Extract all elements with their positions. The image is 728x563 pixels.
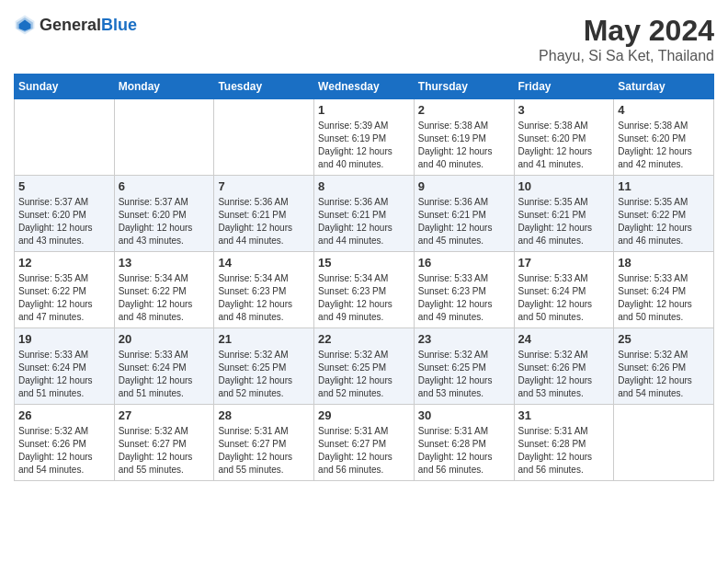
- day-info: Sunrise: 5:33 AM Sunset: 6:24 PM Dayligh…: [18, 349, 110, 400]
- calendar-empty-day: [214, 99, 314, 176]
- calendar-day: 25Sunrise: 5:32 AM Sunset: 6:26 PM Dayli…: [614, 328, 714, 405]
- day-number: 21: [218, 332, 310, 346]
- calendar-day: 10Sunrise: 5:35 AM Sunset: 6:21 PM Dayli…: [514, 176, 614, 252]
- logo-general: General: [40, 16, 101, 34]
- day-number: 15: [318, 256, 410, 270]
- day-info: Sunrise: 5:36 AM Sunset: 6:21 PM Dayligh…: [218, 196, 310, 247]
- day-info: Sunrise: 5:32 AM Sunset: 6:25 PM Dayligh…: [418, 349, 510, 400]
- calendar-day: 29Sunrise: 5:31 AM Sunset: 6:27 PM Dayli…: [314, 405, 415, 481]
- calendar-empty-day: [614, 405, 714, 481]
- day-info: Sunrise: 5:33 AM Sunset: 6:23 PM Dayligh…: [418, 272, 510, 324]
- calendar-day: 1Sunrise: 5:39 AM Sunset: 6:19 PM Daylig…: [314, 99, 415, 176]
- day-info: Sunrise: 5:36 AM Sunset: 6:21 PM Dayligh…: [318, 196, 410, 247]
- day-number: 11: [618, 179, 710, 193]
- day-number: 13: [119, 256, 210, 270]
- calendar-day: 6Sunrise: 5:37 AM Sunset: 6:20 PM Daylig…: [114, 176, 214, 252]
- day-number: 24: [518, 332, 610, 346]
- day-number: 22: [318, 332, 410, 346]
- calendar-day: 4Sunrise: 5:38 AM Sunset: 6:20 PM Daylig…: [614, 99, 714, 176]
- calendar-week-row: 5Sunrise: 5:37 AM Sunset: 6:20 PM Daylig…: [15, 176, 714, 252]
- day-number: 5: [18, 179, 110, 193]
- calendar-day: 13Sunrise: 5:34 AM Sunset: 6:22 PM Dayli…: [114, 252, 214, 328]
- calendar-day: 30Sunrise: 5:31 AM Sunset: 6:28 PM Dayli…: [414, 405, 514, 481]
- day-number: 1: [318, 103, 410, 117]
- day-info: Sunrise: 5:37 AM Sunset: 6:20 PM Dayligh…: [18, 196, 110, 247]
- day-number: 20: [119, 332, 210, 346]
- logo-text: GeneralBlue: [40, 16, 137, 35]
- day-number: 18: [618, 256, 710, 270]
- weekday-header: Tuesday: [214, 75, 314, 99]
- calendar-day: 9Sunrise: 5:36 AM Sunset: 6:21 PM Daylig…: [414, 176, 514, 252]
- weekday-header: Friday: [514, 75, 614, 99]
- day-number: 4: [618, 103, 710, 117]
- calendar-day: 21Sunrise: 5:32 AM Sunset: 6:25 PM Dayli…: [214, 328, 314, 405]
- day-info: Sunrise: 5:33 AM Sunset: 6:24 PM Dayligh…: [618, 272, 710, 324]
- day-info: Sunrise: 5:31 AM Sunset: 6:28 PM Dayligh…: [418, 425, 510, 477]
- day-info: Sunrise: 5:31 AM Sunset: 6:27 PM Dayligh…: [318, 425, 410, 477]
- day-info: Sunrise: 5:33 AM Sunset: 6:24 PM Dayligh…: [518, 272, 610, 324]
- logo: GeneralBlue: [14, 14, 137, 36]
- calendar-week-row: 19Sunrise: 5:33 AM Sunset: 6:24 PM Dayli…: [15, 328, 714, 405]
- day-number: 29: [318, 408, 410, 422]
- day-number: 12: [18, 256, 110, 270]
- logo-blue: Blue: [101, 16, 137, 34]
- day-info: Sunrise: 5:32 AM Sunset: 6:25 PM Dayligh…: [218, 349, 310, 400]
- calendar-week-row: 26Sunrise: 5:32 AM Sunset: 6:26 PM Dayli…: [15, 405, 714, 481]
- calendar-day: 23Sunrise: 5:32 AM Sunset: 6:25 PM Dayli…: [414, 328, 514, 405]
- calendar-day: 19Sunrise: 5:33 AM Sunset: 6:24 PM Dayli…: [15, 328, 115, 405]
- subtitle: Phayu, Si Sa Ket, Thailand: [539, 48, 714, 64]
- day-number: 28: [218, 408, 310, 422]
- calendar-day: 11Sunrise: 5:35 AM Sunset: 6:22 PM Dayli…: [614, 176, 714, 252]
- day-info: Sunrise: 5:31 AM Sunset: 6:27 PM Dayligh…: [218, 425, 310, 477]
- calendar-day: 2Sunrise: 5:38 AM Sunset: 6:19 PM Daylig…: [414, 99, 514, 176]
- day-number: 7: [218, 179, 310, 193]
- weekday-header: Sunday: [15, 75, 115, 99]
- calendar-day: 18Sunrise: 5:33 AM Sunset: 6:24 PM Dayli…: [614, 252, 714, 328]
- weekday-header: Thursday: [414, 75, 514, 99]
- main-title: May 2024: [539, 14, 714, 48]
- calendar-day: 26Sunrise: 5:32 AM Sunset: 6:26 PM Dayli…: [15, 405, 115, 481]
- day-info: Sunrise: 5:32 AM Sunset: 6:26 PM Dayligh…: [518, 349, 610, 400]
- day-number: 16: [418, 256, 510, 270]
- logo-icon: [14, 14, 36, 36]
- calendar-day: 20Sunrise: 5:33 AM Sunset: 6:24 PM Dayli…: [114, 328, 214, 405]
- day-info: Sunrise: 5:38 AM Sunset: 6:20 PM Dayligh…: [518, 120, 610, 171]
- day-info: Sunrise: 5:32 AM Sunset: 6:27 PM Dayligh…: [119, 425, 210, 477]
- calendar-day: 16Sunrise: 5:33 AM Sunset: 6:23 PM Dayli…: [414, 252, 514, 328]
- day-info: Sunrise: 5:36 AM Sunset: 6:21 PM Dayligh…: [418, 196, 510, 247]
- day-number: 25: [618, 332, 710, 346]
- day-info: Sunrise: 5:35 AM Sunset: 6:22 PM Dayligh…: [18, 272, 110, 324]
- day-number: 6: [119, 179, 210, 193]
- day-info: Sunrise: 5:32 AM Sunset: 6:25 PM Dayligh…: [318, 349, 410, 400]
- calendar-day: 7Sunrise: 5:36 AM Sunset: 6:21 PM Daylig…: [214, 176, 314, 252]
- day-number: 14: [218, 256, 310, 270]
- day-number: 8: [318, 179, 410, 193]
- calendar-day: 28Sunrise: 5:31 AM Sunset: 6:27 PM Dayli…: [214, 405, 314, 481]
- title-area: May 2024 Phayu, Si Sa Ket, Thailand: [539, 14, 714, 64]
- calendar-day: 15Sunrise: 5:34 AM Sunset: 6:23 PM Dayli…: [314, 252, 415, 328]
- calendar-day: 24Sunrise: 5:32 AM Sunset: 6:26 PM Dayli…: [514, 328, 614, 405]
- day-number: 19: [18, 332, 110, 346]
- calendar: SundayMondayTuesdayWednesdayThursdayFrid…: [14, 74, 714, 481]
- day-info: Sunrise: 5:34 AM Sunset: 6:23 PM Dayligh…: [218, 272, 310, 324]
- calendar-day: 27Sunrise: 5:32 AM Sunset: 6:27 PM Dayli…: [114, 405, 214, 481]
- day-info: Sunrise: 5:34 AM Sunset: 6:23 PM Dayligh…: [318, 272, 410, 324]
- calendar-day: 17Sunrise: 5:33 AM Sunset: 6:24 PM Dayli…: [514, 252, 614, 328]
- day-number: 3: [518, 103, 610, 117]
- weekday-header: Saturday: [614, 75, 714, 99]
- day-info: Sunrise: 5:33 AM Sunset: 6:24 PM Dayligh…: [119, 349, 210, 400]
- calendar-day: 22Sunrise: 5:32 AM Sunset: 6:25 PM Dayli…: [314, 328, 415, 405]
- day-info: Sunrise: 5:35 AM Sunset: 6:22 PM Dayligh…: [618, 196, 710, 247]
- day-info: Sunrise: 5:31 AM Sunset: 6:28 PM Dayligh…: [518, 425, 610, 477]
- calendar-day: 3Sunrise: 5:38 AM Sunset: 6:20 PM Daylig…: [514, 99, 614, 176]
- day-number: 2: [418, 103, 510, 117]
- weekday-header: Wednesday: [314, 75, 415, 99]
- calendar-header-row: SundayMondayTuesdayWednesdayThursdayFrid…: [15, 75, 714, 99]
- day-info: Sunrise: 5:32 AM Sunset: 6:26 PM Dayligh…: [618, 349, 710, 400]
- calendar-day: 8Sunrise: 5:36 AM Sunset: 6:21 PM Daylig…: [314, 176, 415, 252]
- day-number: 23: [418, 332, 510, 346]
- day-number: 17: [518, 256, 610, 270]
- day-number: 31: [518, 408, 610, 422]
- weekday-header: Monday: [114, 75, 214, 99]
- day-number: 30: [418, 408, 510, 422]
